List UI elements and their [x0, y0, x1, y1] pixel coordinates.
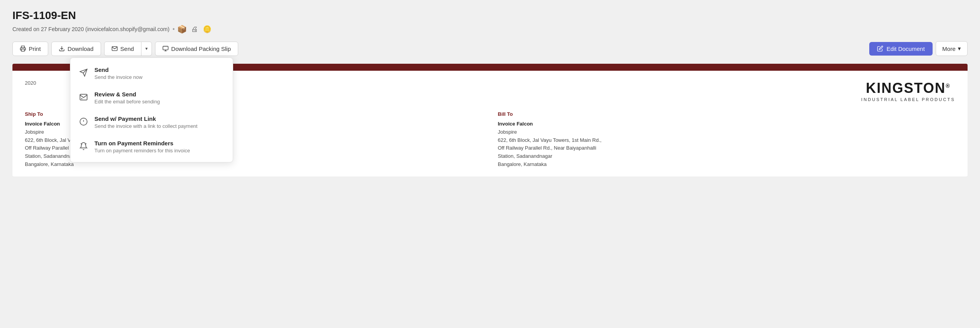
- print-icon: 🖨: [190, 25, 199, 33]
- dropdown-item-send-text: Send Send the invoice now: [94, 66, 143, 80]
- send-chevron[interactable]: ▾: [141, 42, 152, 55]
- subtitle-dot: •: [173, 26, 175, 33]
- dropdown-item-review-send[interactable]: Review & Send Edit the email before send…: [70, 85, 233, 110]
- send-label-text: Send: [120, 45, 134, 52]
- svg-rect-0: [21, 49, 24, 51]
- bill-to-company: Invoice Falcon: [498, 120, 955, 128]
- reminders-dropdown-icon: [78, 141, 89, 152]
- email-icon: 📦: [178, 25, 187, 33]
- subtitle-text: Created on 27 February 2020 (invoicefalc…: [12, 26, 169, 32]
- toolbar: Print Download Send ▾ Download Packing S…: [12, 41, 968, 56]
- kingston-logo: KINGSTON® INDUSTRIAL LABEL PRODUCTS: [861, 80, 955, 102]
- page-title: IFS-1109-EN: [12, 9, 968, 22]
- bill-to-address3: Station, Sadanandnagar: [498, 152, 955, 161]
- send-dropdown-menu: Send Send the invoice now Review & Send …: [70, 58, 233, 162]
- bill-to-city: Bangalore, Karnataka: [498, 161, 955, 169]
- dropdown-item-reminders[interactable]: Turn on Payment Reminders Turn on paymen…: [70, 134, 233, 159]
- dropdown-item-payment-link-text: Send w/ Payment Link Send the invoice wi…: [94, 115, 197, 129]
- coin-icon: 🪙: [203, 25, 211, 33]
- subtitle-icons: 📦 🖨 🪙: [178, 25, 211, 33]
- send-dropdown-icon: [78, 67, 89, 78]
- more-label: More: [942, 45, 956, 52]
- printer-icon: [20, 45, 26, 52]
- dropdown-item-review-send-text: Review & Send Edit the email before send…: [94, 91, 160, 105]
- print-label: Print: [29, 45, 41, 52]
- doc-right: KINGSTON® INDUSTRIAL LABEL PRODUCTS: [490, 80, 955, 102]
- brand-sub: INDUSTRIAL LABEL PRODUCTS: [861, 97, 955, 102]
- more-button[interactable]: More ▾: [936, 41, 968, 56]
- edit-document-button[interactable]: Edit Document: [869, 42, 932, 56]
- dropdown-send-subtitle: Send the invoice now: [94, 74, 143, 80]
- dropdown-payment-link-title: Send w/ Payment Link: [94, 115, 197, 122]
- edit-document-label: Edit Document: [886, 45, 924, 52]
- payment-link-dropdown-icon: [78, 116, 89, 127]
- dropdown-item-send[interactable]: Send Send the invoice now: [70, 61, 233, 85]
- edit-icon: [877, 45, 883, 52]
- download-button[interactable]: Download: [51, 42, 101, 56]
- dropdown-send-title: Send: [94, 66, 143, 73]
- dropdown-payment-link-subtitle: Send the invoice with a link to collect …: [94, 123, 197, 129]
- download-packing-slip-button[interactable]: Download Packing Slip: [155, 42, 238, 56]
- dropdown-reminders-title: Turn on Payment Reminders: [94, 140, 190, 147]
- bill-to-division: Jobspire: [498, 128, 955, 136]
- send-button[interactable]: Send: [105, 42, 141, 56]
- dropdown-reminders-subtitle: Turn on payment reminders for this invoi…: [94, 148, 190, 154]
- dropdown-item-payment-link[interactable]: Send w/ Payment Link Send the invoice wi…: [70, 110, 233, 134]
- bill-to-label: Bill To: [498, 111, 955, 117]
- dropdown-review-send-subtitle: Edit the email before sending: [94, 99, 160, 105]
- svg-rect-2: [163, 46, 168, 50]
- bill-to-address: 622, 6th Block, Jal Vayu Towers, 1st Mai…: [498, 136, 955, 145]
- download-label: Download: [68, 45, 94, 52]
- packing-slip-icon: [162, 45, 169, 52]
- send-split-button[interactable]: Send ▾: [104, 42, 152, 56]
- review-send-dropdown-icon: [78, 92, 89, 103]
- bill-to-address2: Off Railway Parallel Rd., Near Baiyapanh…: [498, 144, 955, 152]
- dropdown-review-send-title: Review & Send: [94, 91, 160, 98]
- more-chevron-icon: ▾: [958, 45, 961, 52]
- packing-slip-label: Download Packing Slip: [171, 45, 231, 52]
- brand-name: KINGSTON®: [861, 80, 955, 96]
- page-subtitle: Created on 27 February 2020 (invoicefalc…: [12, 25, 968, 33]
- print-button[interactable]: Print: [12, 42, 48, 56]
- envelope-icon: [112, 45, 118, 52]
- download-icon: [59, 45, 65, 52]
- dropdown-item-reminders-text: Turn on Payment Reminders Turn on paymen…: [94, 140, 190, 154]
- bill-to-col: Bill To Invoice Falcon Jobspire 622, 6th…: [498, 111, 955, 169]
